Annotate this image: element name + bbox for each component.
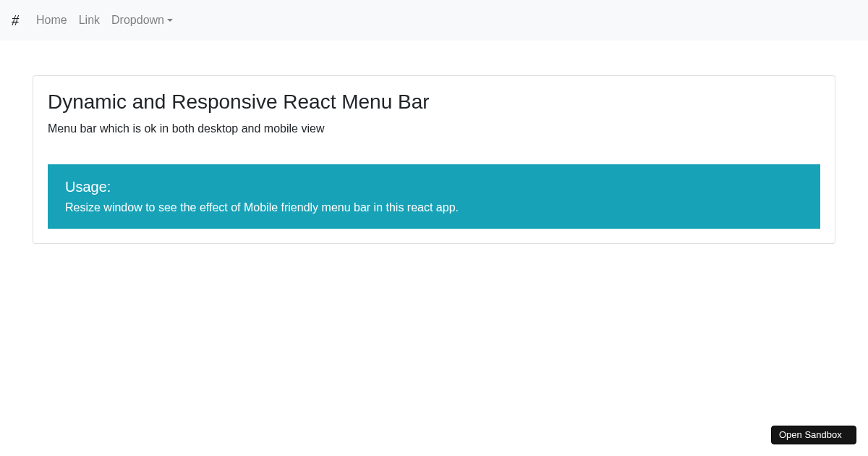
main-container: Dynamic and Responsive React Menu Bar Me…: [22, 75, 846, 244]
nav-link-home[interactable]: Home: [30, 8, 73, 33]
nav-item-home: Home: [30, 8, 73, 33]
card: Dynamic and Responsive React Menu Bar Me…: [33, 75, 835, 244]
nav-item-link: Link: [73, 8, 106, 33]
usage-callout: Usage: Resize window to see the effect o…: [48, 164, 820, 229]
card-body: Dynamic and Responsive React Menu Bar Me…: [33, 76, 835, 243]
navbar: # Home Link Dropdown: [0, 0, 868, 41]
navbar-nav: Home Link Dropdown: [30, 8, 179, 33]
open-sandbox-button[interactable]: Open Sandbox: [771, 426, 856, 444]
usage-text: Resize window to see the effect of Mobil…: [65, 201, 803, 214]
nav-link-dropdown-label: Dropdown: [111, 14, 164, 27]
navbar-brand[interactable]: #: [12, 9, 19, 33]
card-title: Dynamic and Responsive React Menu Bar: [48, 90, 820, 114]
nav-item-dropdown: Dropdown: [106, 8, 179, 33]
chevron-down-icon: [167, 19, 173, 22]
nav-link-dropdown[interactable]: Dropdown: [106, 8, 179, 33]
nav-link-link[interactable]: Link: [73, 8, 106, 33]
usage-heading: Usage:: [65, 179, 803, 195]
card-subtitle: Menu bar which is ok in both desktop and…: [48, 122, 820, 135]
hash-icon: #: [12, 12, 19, 29]
